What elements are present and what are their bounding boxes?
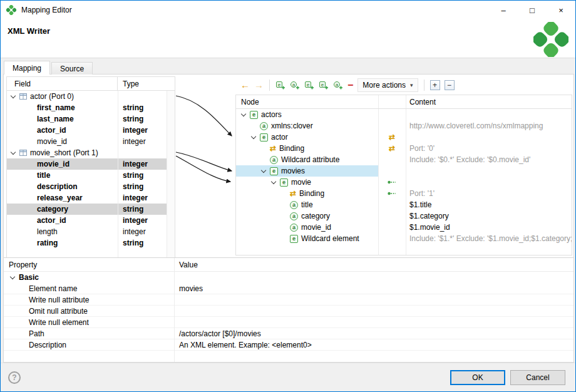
field-label: rating: [37, 239, 58, 247]
expander-icon[interactable]: [11, 149, 16, 154]
property-value[interactable]: An XML element. Example: <element0>: [174, 341, 573, 349]
map-arrow-right-icon[interactable]: →: [254, 80, 264, 90]
node-row[interactable]: atitle $1.title: [236, 199, 572, 210]
window-title: Mapping Editor: [21, 6, 72, 14]
binding-indicator-icon: ⇄: [389, 133, 395, 141]
type-label: integer: [118, 160, 167, 168]
column-header-type: Type: [118, 77, 175, 90]
field-row[interactable]: first_name string: [7, 102, 167, 113]
attribute-icon: a: [290, 224, 298, 232]
field-row[interactable]: actor_id integer: [7, 215, 167, 226]
tab-source[interactable]: Source: [51, 62, 93, 75]
content-cell: $1.category: [406, 212, 572, 220]
node-label: category: [301, 212, 330, 220]
mapping-editor-dialog: Mapping Editor – □ × XML Writer Mapping …: [0, 0, 576, 392]
type-label: integer: [118, 227, 167, 236]
property-row[interactable]: Write null element: [4, 317, 573, 328]
add-wildcard-attribute-icon[interactable]: a: [333, 80, 343, 90]
tab-bar: Mapping Source: [4, 61, 94, 75]
collapse-all-icon[interactable]: −: [445, 80, 455, 90]
binding-gutter: [378, 165, 406, 177]
property-row[interactable]: Write null attribute: [4, 294, 573, 306]
node-row[interactable]: acategory $1.category: [236, 210, 572, 222]
close-button[interactable]: ×: [547, 1, 575, 19]
node-row[interactable]: eactors: [236, 109, 572, 120]
node-row[interactable]: axmlns:clover http://www.cloveretl.com/n…: [236, 120, 572, 132]
expander-icon[interactable]: [261, 167, 266, 172]
node-row[interactable]: emovie: [236, 177, 572, 188]
expander-icon[interactable]: [271, 178, 276, 183]
property-row[interactable]: Description An XML element. Example: <el…: [4, 339, 573, 351]
property-name: Omit null attribute: [4, 307, 174, 316]
node-row[interactable]: aWildcard attribute Include: '$0.*' Excl…: [236, 154, 572, 165]
ok-button[interactable]: OK: [450, 370, 505, 385]
map-arrow-left-icon[interactable]: ←: [240, 80, 250, 90]
minimize-button[interactable]: –: [489, 1, 518, 19]
add-child-attribute-icon[interactable]: a: [290, 80, 300, 90]
binding-gutter: [378, 109, 406, 120]
type-label: integer: [118, 193, 167, 202]
port-row[interactable]: movie_short (Port 1): [7, 147, 167, 158]
field-row[interactable]: rating string: [7, 237, 167, 249]
property-row[interactable]: Path /actors/actor [$0]/movies: [4, 328, 573, 339]
node-label: Binding: [299, 189, 324, 198]
field-row[interactable]: description string: [7, 181, 167, 192]
field-row-selected[interactable]: movie_id integer: [7, 158, 167, 170]
column-header-field: Field: [7, 77, 118, 90]
expander-icon[interactable]: [241, 111, 246, 116]
element-icon: e: [290, 235, 298, 243]
scrollbar-track[interactable]: [167, 91, 175, 257]
binding-row[interactable]: ⇄Binding Port: '1': [236, 188, 572, 199]
field-row[interactable]: release_year integer: [7, 192, 167, 204]
property-name: Element name: [4, 284, 174, 293]
node-label: movie_id: [301, 223, 331, 232]
binding-indicator-icon: ⇄: [389, 145, 395, 152]
binding-row[interactable]: ⇄Binding ⇄ Port: '0': [236, 143, 572, 154]
column-header-content: Content: [409, 98, 436, 106]
node-label: Wildcard element: [301, 234, 359, 243]
add-wildcard-element-icon[interactable]: e: [319, 80, 329, 90]
svg-text:e: e: [321, 82, 324, 88]
add-child-element-icon[interactable]: e: [275, 80, 285, 90]
expander-icon[interactable]: [10, 274, 15, 279]
property-value[interactable]: /actors/actor [$0]/movies: [174, 329, 573, 338]
port-row[interactable]: actor (Port 0): [7, 91, 167, 102]
expander-icon[interactable]: [11, 93, 16, 98]
node-row[interactable]: eactor ⇄: [236, 132, 572, 143]
element-icon: e: [260, 133, 268, 142]
property-value[interactable]: movies: [174, 284, 573, 293]
property-name: Write null attribute: [4, 296, 174, 304]
tab-mapping[interactable]: Mapping: [4, 61, 50, 75]
field-row[interactable]: movie_id integer: [7, 136, 167, 147]
expand-all-icon[interactable]: +: [430, 80, 440, 90]
field-row[interactable]: last_name string: [7, 113, 167, 125]
help-button[interactable]: ?: [8, 371, 21, 384]
remove-icon[interactable]: −: [347, 81, 353, 90]
property-row[interactable]: Omit null attribute: [4, 306, 573, 317]
element-icon: e: [270, 167, 278, 175]
type-label: integer: [118, 126, 167, 135]
properties-panel: Property Value Basic Element name movies…: [4, 257, 573, 362]
field-label: category: [37, 205, 68, 214]
more-actions-button[interactable]: More actions ▾: [357, 78, 418, 92]
binding-icon: ⇄: [270, 145, 276, 152]
node-row-selected[interactable]: emovies: [236, 165, 572, 177]
expander-icon[interactable]: [251, 133, 256, 138]
type-label: integer: [118, 137, 167, 146]
property-group-basic[interactable]: Basic: [4, 272, 573, 283]
type-label: string: [118, 205, 167, 214]
property-row[interactable]: Element name movies: [4, 283, 573, 294]
content-cell: $1.title: [406, 200, 572, 209]
field-row[interactable]: length integer: [7, 226, 167, 237]
maximize-button[interactable]: □: [518, 1, 547, 19]
cancel-button[interactable]: Cancel: [510, 370, 565, 385]
field-row[interactable]: actor_id integer: [7, 125, 167, 136]
add-sibling-element-icon[interactable]: e: [304, 80, 314, 90]
node-row[interactable]: amovie_id $1.movie_id: [236, 222, 572, 233]
binding-gutter: [378, 210, 406, 222]
node-row[interactable]: eWildcard element Include: '$1.*' Exclud…: [236, 233, 572, 244]
field-row[interactable]: title string: [7, 170, 167, 181]
field-row-selected[interactable]: category string: [7, 204, 167, 215]
toolbar-separator: [269, 80, 270, 91]
maximize-icon: □: [530, 6, 535, 15]
